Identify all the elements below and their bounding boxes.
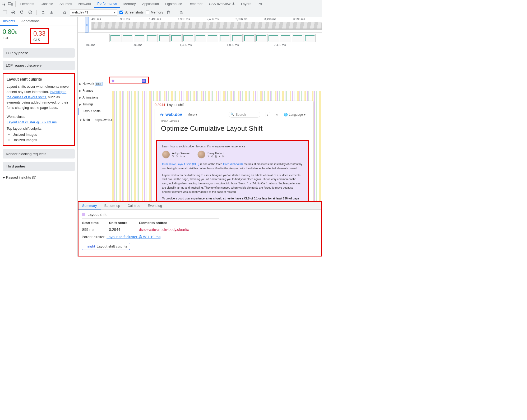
details-tab-summary[interactable]: Summary bbox=[78, 202, 101, 209]
insight-chip[interactable]: InsightLayout shift culprits bbox=[82, 243, 130, 250]
shifted-element-link[interactable]: div.devsite-article-body.clearfix bbox=[139, 227, 219, 232]
timeline-overview[interactable]: || 496 ms 996 ms 1,496 ms 1,996 ms 2,496… bbox=[78, 17, 322, 33]
toggle-sidebar-icon[interactable] bbox=[2, 9, 8, 16]
shortcuts-icon[interactable] bbox=[178, 9, 184, 16]
insights-sidebar: Insights Annotations 0.80s LCP 0.33 CLS … bbox=[0, 17, 78, 256]
gc-icon[interactable] bbox=[165, 9, 172, 16]
device-toolbar-icon[interactable] bbox=[8, 1, 13, 7]
session-select[interactable]: web.dev #1 bbox=[70, 9, 117, 16]
summary-table: Start timeShift scoreElements shifted 89… bbox=[82, 218, 219, 233]
tab-layers[interactable]: Layers bbox=[238, 0, 255, 7]
popup-score: 0.2944 bbox=[155, 103, 165, 107]
timeline: || 496 ms 996 ms 1,496 ms 1,996 ms 2,496… bbox=[78, 17, 322, 256]
details-tab-calltree[interactable]: Call tree bbox=[124, 202, 144, 209]
tab-application[interactable]: Application bbox=[139, 0, 162, 7]
main-tabs: Elements Console Sources Network Perform… bbox=[0, 0, 322, 8]
culprit-item: Unsized Images bbox=[12, 132, 71, 137]
svg-rect-1 bbox=[8, 2, 11, 5]
breadcrumb: Home › Articles bbox=[161, 120, 179, 123]
screenshots-checkbox[interactable]: Screenshots bbox=[119, 10, 144, 14]
layout-shift-highlight bbox=[109, 77, 149, 83]
record-icon[interactable] bbox=[10, 9, 16, 16]
cls-metric-highlight: 0.33 CLS bbox=[30, 28, 49, 44]
track-frames[interactable]: ▶Frames bbox=[78, 87, 112, 94]
shortcut-key[interactable]: / bbox=[266, 112, 270, 117]
insight-layout-shift-culprits[interactable]: Layout shift culprits Layout shifts occu… bbox=[3, 73, 75, 146]
tab-console[interactable]: Console bbox=[37, 0, 56, 7]
layout-shift-swatch-icon bbox=[82, 213, 85, 216]
overview-handle-icon[interactable]: || bbox=[85, 17, 89, 32]
search-box[interactable]: Search bbox=[229, 112, 260, 118]
overview-activity bbox=[91, 22, 322, 30]
sidebar-tab-insights[interactable]: Insights bbox=[0, 17, 18, 26]
tab-performance[interactable]: Performance bbox=[94, 0, 120, 8]
passed-insights-toggle[interactable]: Passed insights (5) bbox=[0, 172, 77, 182]
details-panel: Summary Bottom-up Call tree Event log La… bbox=[78, 201, 322, 256]
track-main[interactable]: ▼Main — https://web.dev/articles/optim bbox=[78, 115, 112, 125]
webdev-logo: web.dev bbox=[159, 112, 182, 117]
track-layout-shifts[interactable]: Layout shifts bbox=[78, 108, 112, 115]
svg-point-6 bbox=[12, 12, 14, 13]
download-icon[interactable] bbox=[48, 9, 55, 16]
summary-title: Layout shift bbox=[87, 212, 107, 217]
parent-cluster-link[interactable]: Layout shift cluster @ 587.19 ms bbox=[107, 235, 160, 239]
svg-rect-2 bbox=[11, 3, 13, 5]
inspect-element-icon[interactable] bbox=[1, 1, 7, 7]
details-tab-eventlog[interactable]: Event log bbox=[144, 202, 166, 209]
insight-lcp-phase[interactable]: LCP by phase bbox=[3, 48, 75, 58]
avatar bbox=[197, 151, 205, 158]
svg-rect-3 bbox=[3, 11, 7, 14]
track-network[interactable]: ▶Network cls ( bbox=[78, 80, 112, 87]
tab-css-overview[interactable]: CSS overview ⚗ bbox=[206, 0, 238, 7]
tab-network[interactable]: Network bbox=[75, 0, 94, 7]
tab-sources[interactable]: Sources bbox=[56, 0, 75, 7]
theme-icon[interactable]: ☀ bbox=[275, 113, 279, 117]
article-title: Optimize Cumulative Layout Shift bbox=[161, 124, 262, 133]
upload-icon[interactable] bbox=[40, 9, 46, 16]
lcp-metric: 0.80s LCP bbox=[3, 28, 17, 40]
avatar bbox=[162, 151, 170, 158]
details-tab-bottomup[interactable]: Bottom-up bbox=[101, 202, 124, 209]
tab-privacy[interactable]: Pri bbox=[255, 0, 265, 7]
tab-lighthouse[interactable]: Lighthouse bbox=[162, 0, 185, 7]
memory-checkbox[interactable]: Memory bbox=[146, 10, 163, 14]
worst-cluster-link[interactable]: Layout shift cluster @ 582.83 ms bbox=[7, 120, 57, 124]
sidebar-tab-annotations[interactable]: Annotations bbox=[18, 17, 43, 26]
more-menu[interactable]: More ▾ bbox=[187, 113, 197, 116]
tab-elements[interactable]: Elements bbox=[17, 0, 37, 7]
filmstrip[interactable] bbox=[78, 33, 322, 43]
tab-memory[interactable]: Memory bbox=[120, 0, 139, 7]
culprit-item: Unsized Images bbox=[12, 137, 71, 143]
insight-lcp-request-discovery[interactable]: LCP request discovery bbox=[3, 61, 75, 70]
insight-third-parties[interactable]: Third parties bbox=[3, 162, 75, 171]
tab-recorder[interactable]: Recorder bbox=[185, 0, 206, 7]
perf-toolbar: web.dev #1 Screenshots Memory bbox=[0, 8, 322, 17]
home-icon[interactable] bbox=[61, 9, 68, 16]
timeline-ruler: 496 ms 996 ms 1,496 ms 1,996 ms 2,496 ms bbox=[78, 43, 322, 48]
track-timings[interactable]: ▶Timings bbox=[78, 101, 112, 108]
reload-icon[interactable] bbox=[19, 9, 25, 16]
language-select[interactable]: 🌐 Language ▾ bbox=[284, 113, 306, 116]
svg-line-8 bbox=[29, 11, 31, 13]
clear-icon[interactable] bbox=[27, 9, 33, 16]
insight-render-blocking[interactable]: Render blocking requests bbox=[3, 149, 75, 158]
track-animations[interactable]: ▶Animations bbox=[78, 94, 112, 101]
